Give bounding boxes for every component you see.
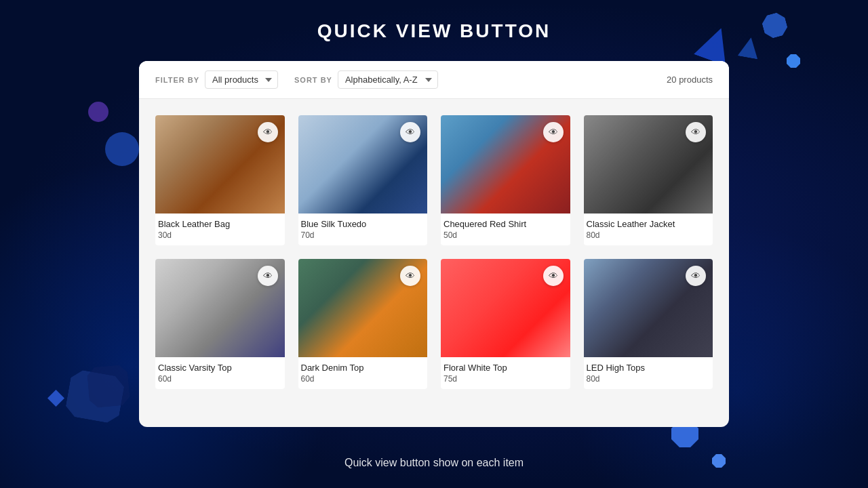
quick-view-button[interactable]: 👁 bbox=[686, 266, 706, 286]
product-name: LED High Tops bbox=[587, 363, 711, 373]
product-name: Chequered Red Shirt bbox=[443, 219, 568, 229]
product-info: LED High Tops 80d bbox=[584, 357, 713, 389]
product-info: Blue Silk Tuxedo 70d bbox=[298, 214, 428, 245]
product-image-wrapper: 👁 bbox=[298, 259, 428, 357]
footer-subtitle: Quick view button show on each item bbox=[344, 457, 524, 469]
product-name: Black Leather Bag bbox=[158, 219, 282, 229]
filter-label: FILTER BY bbox=[155, 76, 199, 84]
quick-view-button[interactable]: 👁 bbox=[400, 122, 420, 142]
eye-icon: 👁 bbox=[549, 270, 558, 281]
product-image-wrapper: 👁 bbox=[155, 259, 285, 357]
product-info: Dark Denim Top 60d bbox=[298, 357, 428, 389]
product-image-wrapper: 👁 bbox=[584, 115, 713, 214]
product-info: Black Leather Bag 30d bbox=[155, 214, 285, 245]
quick-view-button[interactable]: 👁 bbox=[258, 266, 278, 286]
eye-icon: 👁 bbox=[691, 127, 701, 138]
eye-icon: 👁 bbox=[406, 270, 415, 281]
page-title: QUICK VIEW BUTTON bbox=[317, 20, 551, 42]
product-name: Classic Varsity Top bbox=[158, 363, 282, 373]
product-price: 60d bbox=[301, 374, 425, 384]
product-card[interactable]: 👁 Black Leather Bag 30d bbox=[155, 115, 285, 245]
eye-icon: 👁 bbox=[549, 127, 558, 138]
product-count: 20 products bbox=[667, 75, 713, 85]
product-price: 30d bbox=[158, 230, 282, 240]
product-card[interactable]: 👁 Dark Denim Top 60d bbox=[298, 259, 428, 389]
quick-view-button[interactable]: 👁 bbox=[258, 122, 278, 142]
quick-view-button[interactable]: 👁 bbox=[543, 122, 564, 142]
quick-view-button[interactable]: 👁 bbox=[543, 266, 564, 286]
eye-icon: 👁 bbox=[263, 270, 273, 281]
product-image-wrapper: 👁 bbox=[298, 115, 428, 214]
eye-icon: 👁 bbox=[406, 127, 415, 138]
product-grid: 👁 Black Leather Bag 30d 👁 Blue Silk Tuxe… bbox=[139, 99, 729, 427]
product-image-wrapper: 👁 bbox=[584, 259, 713, 357]
main-card: FILTER BY All products Bags Shirts Jacke… bbox=[139, 61, 729, 427]
product-info: Classic Leather Jacket 80d bbox=[584, 214, 713, 245]
eye-icon: 👁 bbox=[691, 270, 701, 281]
product-card[interactable]: 👁 Classic Varsity Top 60d bbox=[155, 259, 285, 389]
product-info: Floral White Top 75d bbox=[441, 357, 570, 389]
product-image-wrapper: 👁 bbox=[441, 259, 570, 357]
product-price: 50d bbox=[443, 230, 568, 240]
product-name: Blue Silk Tuxedo bbox=[301, 219, 425, 229]
product-card[interactable]: 👁 Chequered Red Shirt 50d bbox=[441, 115, 570, 245]
product-price: 80d bbox=[587, 230, 711, 240]
product-name: Dark Denim Top bbox=[301, 363, 425, 373]
sort-label: SORT BY bbox=[294, 76, 332, 84]
product-image-wrapper: 👁 bbox=[441, 115, 570, 214]
sort-section: SORT BY Alphabetically, A-Z Alphabetical… bbox=[294, 70, 438, 89]
eye-icon: 👁 bbox=[263, 127, 273, 138]
product-price: 80d bbox=[587, 374, 711, 384]
product-price: 75d bbox=[443, 374, 568, 384]
product-name: Classic Leather Jacket bbox=[587, 219, 711, 229]
product-card[interactable]: 👁 Blue Silk Tuxedo 70d bbox=[298, 115, 428, 245]
filter-select[interactable]: All products Bags Shirts Jackets Tops Sh… bbox=[205, 70, 278, 89]
product-price: 70d bbox=[301, 230, 425, 240]
sort-select[interactable]: Alphabetically, A-Z Alphabetically, Z-A … bbox=[338, 70, 438, 89]
toolbar: FILTER BY All products Bags Shirts Jacke… bbox=[139, 61, 729, 99]
quick-view-button[interactable]: 👁 bbox=[686, 122, 706, 142]
product-price: 60d bbox=[158, 374, 282, 384]
product-info: Chequered Red Shirt 50d bbox=[441, 214, 570, 245]
product-image-wrapper: 👁 bbox=[155, 115, 285, 214]
product-info: Classic Varsity Top 60d bbox=[155, 357, 285, 389]
product-card[interactable]: 👁 Classic Leather Jacket 80d bbox=[584, 115, 713, 245]
filter-section: FILTER BY All products Bags Shirts Jacke… bbox=[155, 70, 278, 89]
quick-view-button[interactable]: 👁 bbox=[400, 266, 420, 286]
product-card[interactable]: 👁 Floral White Top 75d bbox=[441, 259, 570, 389]
product-name: Floral White Top bbox=[443, 363, 568, 373]
product-card[interactable]: 👁 LED High Tops 80d bbox=[584, 259, 713, 389]
